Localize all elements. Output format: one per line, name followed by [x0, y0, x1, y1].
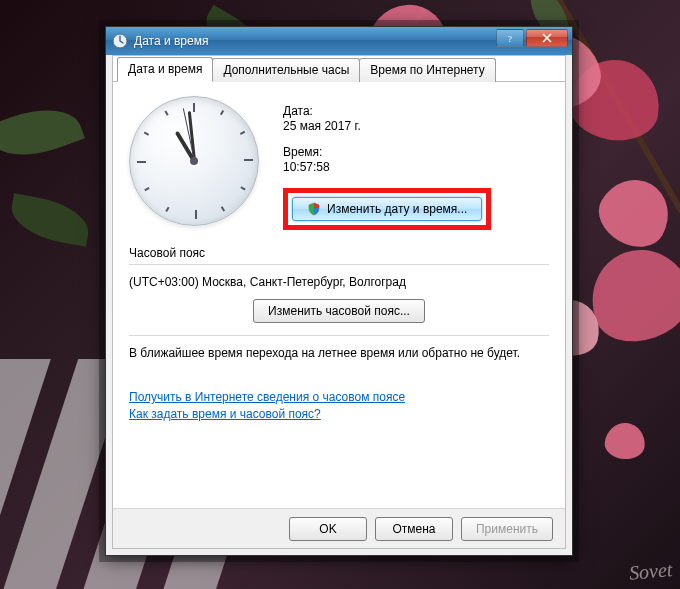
- change-timezone-button[interactable]: Изменить часовой пояс...: [253, 299, 425, 323]
- dialog-footer: OK Отмена Применить: [113, 508, 565, 548]
- tabstrip: Дата и время Дополнительные часы Время п…: [113, 56, 565, 82]
- time-label: Время:: [283, 145, 549, 159]
- divider: [129, 335, 549, 336]
- tab-additional-clocks[interactable]: Дополнительные часы: [212, 58, 360, 82]
- analog-clock: [129, 96, 259, 226]
- tab-panel: Дата: 25 мая 2017 г. Время: 10:57:58 Изм…: [113, 82, 565, 434]
- tab-date-time[interactable]: Дата и время: [117, 57, 213, 82]
- button-label: OK: [319, 522, 336, 536]
- timezone-info-link[interactable]: Получить в Интернете сведения о часовом …: [129, 390, 549, 404]
- tab-label: Дата и время: [128, 62, 202, 76]
- date-label: Дата:: [283, 104, 549, 118]
- clock-app-icon: [112, 33, 128, 49]
- date-value: 25 мая 2017 г.: [283, 119, 549, 133]
- date-time-dialog: Дата и время ? Дата и время Дополнительн…: [105, 26, 573, 556]
- close-button[interactable]: [526, 29, 568, 47]
- divider: [129, 264, 549, 265]
- tab-internet-time[interactable]: Время по Интернету: [359, 58, 495, 82]
- help-button[interactable]: ?: [496, 29, 524, 47]
- button-label: Применить: [476, 522, 538, 536]
- client-area: Дата и время Дополнительные часы Время п…: [112, 55, 566, 549]
- button-label: Изменить дату и время...: [327, 202, 467, 216]
- uac-shield-icon: [307, 202, 321, 216]
- svg-text:?: ?: [508, 34, 512, 44]
- cancel-button[interactable]: Отмена: [375, 517, 453, 541]
- titlebar[interactable]: Дата и время ?: [106, 27, 572, 55]
- ok-button[interactable]: OK: [289, 517, 367, 541]
- button-label: Отмена: [392, 522, 435, 536]
- tab-label: Время по Интернету: [370, 63, 484, 77]
- apply-button[interactable]: Применить: [461, 517, 553, 541]
- button-label: Изменить часовой пояс...: [268, 304, 410, 318]
- highlight-annotation: Изменить дату и время...: [283, 188, 491, 230]
- window-title: Дата и время: [134, 34, 208, 48]
- change-date-time-button[interactable]: Изменить дату и время...: [292, 197, 482, 221]
- timezone-value: (UTC+03:00) Москва, Санкт-Петербург, Вол…: [129, 275, 549, 289]
- howto-link[interactable]: Как задать время и часовой пояс?: [129, 407, 549, 421]
- watermark: Sovet: [628, 558, 673, 585]
- time-value: 10:57:58: [283, 160, 549, 174]
- tab-label: Дополнительные часы: [223, 63, 349, 77]
- dst-note: В ближайшее время перехода на летнее вре…: [129, 346, 549, 360]
- timezone-section-label: Часовой пояс: [129, 246, 549, 260]
